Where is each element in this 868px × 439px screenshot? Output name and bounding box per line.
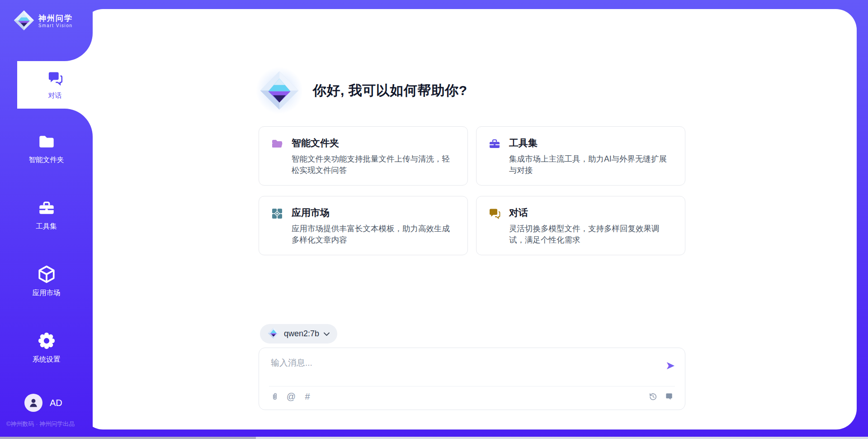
sidebar-item-toolset[interactable]: 工具集	[0, 199, 93, 231]
chat-bubble-icon[interactable]	[664, 391, 674, 401]
cube-icon	[37, 277, 57, 285]
brand-logo: 神州问学 Smart Vision	[14, 10, 73, 33]
sidebar-item-app-market[interactable]: 应用市场	[0, 265, 93, 298]
composer-toolbar: @ #	[270, 391, 674, 401]
mention-icon[interactable]: @	[286, 391, 296, 401]
message-composer: ➤ @ #	[259, 348, 685, 410]
sidebar-item-smart-folder[interactable]: 智能文件夹	[0, 133, 93, 165]
gear-icon	[37, 344, 57, 352]
card-title: 智能文件夹	[292, 137, 456, 149]
folder-icon	[37, 144, 56, 152]
sidebar-item-label: 应用市场	[0, 288, 93, 298]
model-name: qwen2:7b	[284, 329, 319, 339]
chevron-down-icon	[324, 330, 330, 338]
greeting-title: 你好, 我可以如何帮助你?	[313, 81, 467, 100]
chat-bubbles-icon	[47, 70, 63, 88]
model-selector[interactable]: qwen2:7b	[260, 324, 337, 344]
message-input[interactable]	[271, 357, 660, 383]
feature-cards: 智能文件夹 智能文件夹功能支持批量文件上传与清洗，轻松实现文件问答 工具集 集成…	[259, 126, 685, 255]
card-description: 智能文件夹功能支持批量文件上传与清洗，轻松实现文件问答	[292, 153, 456, 176]
sidebar-footer: ©神州数码 · 神州问学出品	[6, 420, 75, 428]
model-diamond-icon	[268, 327, 279, 341]
greeting-block: 你好, 我可以如何帮助你?	[256, 67, 467, 114]
brand-subtitle: Smart Vision	[38, 23, 73, 29]
horizontal-scrollbar-track	[0, 437, 868, 439]
card-app-market[interactable]: 应用市场 应用市场提供丰富长文本模板，助力高效生成多样化文章内容	[259, 196, 468, 255]
horizontal-scrollbar-thumb[interactable]	[0, 437, 256, 439]
sidebar-item-settings[interactable]: 系统设置	[0, 331, 93, 364]
sidebar-item-label: 智能文件夹	[0, 155, 93, 165]
card-title: 对话	[509, 206, 673, 219]
briefcase-icon	[488, 137, 501, 176]
brand-diamond-icon	[14, 10, 34, 33]
chat-icon	[488, 206, 501, 246]
history-icon[interactable]	[648, 391, 658, 401]
card-smart-folder[interactable]: 智能文件夹 智能文件夹功能支持批量文件上传与清洗，轻松实现文件问答	[259, 126, 468, 186]
hashtag-icon[interactable]: #	[302, 391, 312, 401]
card-description: 灵活切换多模型文件，支持多样回复效果调试，满足个性化需求	[509, 223, 673, 246]
avatar	[24, 394, 42, 412]
sidebar-item-label: 工具集	[0, 222, 93, 231]
sidebar-item-chat-active[interactable]: 对话	[17, 61, 93, 109]
send-icon[interactable]: ➤	[665, 360, 675, 371]
assistant-diamond-icon	[256, 67, 303, 114]
card-title: 应用市场	[292, 206, 456, 219]
card-description: 集成市场上主流工具，助力AI与外界无缝扩展与对接	[509, 153, 673, 176]
card-chat[interactable]: 对话 灵活切换多模型文件，支持多样回复效果调试，满足个性化需求	[476, 196, 685, 255]
sidebar-item-label: 系统设置	[0, 355, 93, 364]
briefcase-icon	[37, 211, 56, 219]
card-description: 应用市场提供丰富长文本模板，助力高效生成多样化文章内容	[292, 223, 456, 246]
brand-name: 神州问学	[38, 14, 73, 23]
sidebar-item-label: 对话	[48, 91, 62, 100]
attachment-icon[interactable]	[270, 391, 280, 401]
card-toolset[interactable]: 工具集 集成市场上主流工具，助力AI与外界无缝扩展与对接	[476, 126, 685, 186]
card-title: 工具集	[509, 137, 673, 149]
apps-grid-icon	[271, 206, 283, 246]
user-initials: AD	[50, 398, 62, 408]
composer-divider	[269, 386, 675, 387]
user-profile[interactable]: AD	[24, 394, 62, 412]
folder-open-icon	[271, 137, 283, 176]
